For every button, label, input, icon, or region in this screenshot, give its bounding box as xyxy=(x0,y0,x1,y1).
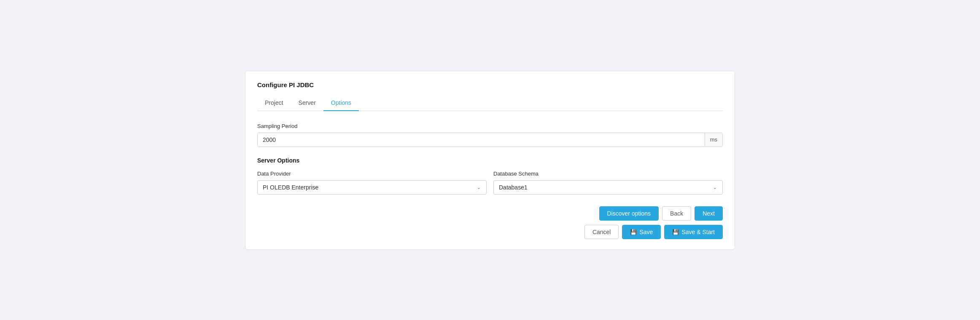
save-start-button[interactable]: Save & Start xyxy=(664,225,723,239)
next-button[interactable]: Next xyxy=(695,206,723,221)
tab-project[interactable]: Project xyxy=(257,95,291,111)
save-icon xyxy=(630,229,637,235)
database-schema-label: Database Schema xyxy=(493,171,723,177)
database-schema-chevron-icon: ⌄ xyxy=(713,184,717,190)
top-button-row: Discover options Back Next xyxy=(257,206,723,221)
save-label: Save xyxy=(639,229,653,235)
data-provider-select[interactable]: PI OLEDB Enterprise ⌄ xyxy=(257,180,487,195)
tabs: Project Server Options xyxy=(257,95,723,111)
tab-options[interactable]: Options xyxy=(323,95,359,111)
configure-pi-jdbc-card: Configure PI JDBC Project Server Options… xyxy=(245,71,735,250)
database-schema-select[interactable]: Database1 ⌄ xyxy=(493,180,723,195)
database-schema-col: Database Schema Database1 ⌄ xyxy=(493,171,723,195)
bottom-button-row: Cancel Save Save & Start xyxy=(257,225,723,239)
database-schema-value: Database1 xyxy=(499,184,713,191)
sampling-period-input-row: ms xyxy=(257,133,723,147)
server-options-title: Server Options xyxy=(257,157,723,164)
back-button[interactable]: Back xyxy=(662,206,691,221)
data-provider-col: Data Provider PI OLEDB Enterprise ⌄ xyxy=(257,171,487,195)
data-provider-chevron-icon: ⌄ xyxy=(477,184,481,190)
tab-server[interactable]: Server xyxy=(291,95,323,111)
card-title: Configure PI JDBC xyxy=(257,81,723,88)
sampling-period-suffix: ms xyxy=(705,133,722,146)
data-provider-label: Data Provider xyxy=(257,171,487,177)
cancel-button[interactable]: Cancel xyxy=(584,225,619,239)
server-options-columns: Data Provider PI OLEDB Enterprise ⌄ Data… xyxy=(257,171,723,195)
sampling-period-label: Sampling Period xyxy=(257,123,723,129)
discover-options-button[interactable]: Discover options xyxy=(599,206,659,221)
save-start-label: Save & Start xyxy=(681,229,715,235)
data-provider-value: PI OLEDB Enterprise xyxy=(263,184,477,191)
save-button[interactable]: Save xyxy=(622,225,661,239)
save-start-icon xyxy=(672,229,679,235)
sampling-period-input[interactable] xyxy=(258,133,705,147)
